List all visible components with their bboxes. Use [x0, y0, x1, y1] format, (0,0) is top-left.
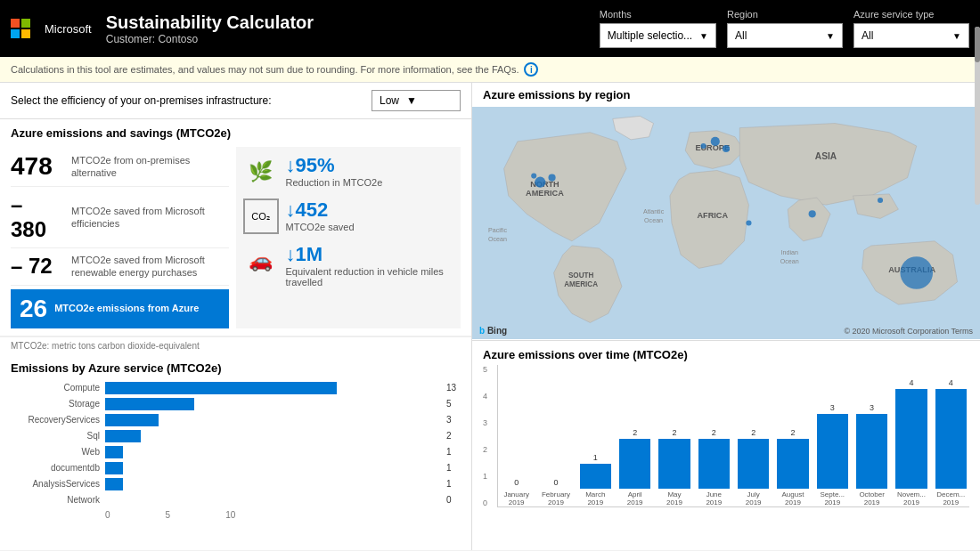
time-bar-col: 4Novem...2019 — [893, 364, 929, 506]
time-bar-col: 2May2019 — [656, 364, 692, 506]
bar-value: 1 — [446, 447, 461, 457]
bar-value: 5 — [446, 399, 461, 409]
svg-text:Pacific: Pacific — [488, 227, 507, 234]
bar-label: Network — [11, 495, 100, 505]
right-big-2: ↓1M — [286, 243, 454, 266]
metric-row-2: – 72 MTCO2e saved from Microsoft renewab… — [11, 248, 229, 286]
svg-point-22 — [878, 198, 883, 203]
months-label: Months — [600, 9, 716, 20]
highlight-number: 26 — [20, 295, 47, 323]
time-bar-x-label: Novem...2019 — [897, 490, 926, 506]
svg-point-23 — [900, 256, 933, 289]
time-bar-x-label: May2019 — [666, 490, 682, 506]
time-bar-value-label: 3 — [870, 403, 874, 412]
bar-value: 1 — [446, 479, 461, 489]
chart-x-axis: 0 5 10 — [11, 510, 461, 520]
scrollbar-thumb[interactable] — [975, 27, 980, 62]
time-bar-col: 2June2019 — [696, 364, 732, 506]
time-bar-col: 2April2019 — [617, 364, 653, 506]
right-metric-2: 🚗 ↓1M Equivalent reduction in vehicle mi… — [243, 243, 454, 288]
bing-watermark: b Bing — [479, 326, 507, 336]
bar-value: 13 — [446, 383, 461, 393]
y-label-2: 2 — [483, 445, 487, 454]
time-bar-value-label: 2 — [751, 428, 755, 437]
months-chevron-icon: ▼ — [699, 31, 708, 41]
time-bar — [895, 389, 927, 489]
info-bar: Calculations in this tool are estimates,… — [0, 57, 980, 83]
time-bar-x-label: April2019 — [627, 490, 643, 506]
time-bar — [619, 439, 650, 489]
bar-row: Web1 — [11, 446, 461, 458]
metrics-right: 🌿 ↓95% Reduction in MTCO2e CO₂ ↓452 MTCO… — [236, 147, 461, 328]
azure-service-value: All — [862, 29, 873, 42]
bar-chart: Compute13Storage5RecoveryServices3Sql2We… — [11, 382, 461, 506]
leaf-icon: 🌿 — [243, 154, 279, 190]
main-content: Select the efficiency of your on-premise… — [0, 83, 980, 550]
y-label-0: 0 — [483, 498, 487, 507]
time-bar-value-label: 4 — [909, 378, 913, 387]
time-bar-value-label: 3 — [830, 403, 835, 412]
metric-desc-0: MTCO2e from on-premises alternative — [71, 154, 229, 180]
metric-number-1: – 380 — [11, 192, 64, 242]
time-bar-value-label: 0 — [553, 478, 558, 487]
svg-text:Indian: Indian — [781, 249, 798, 256]
efficiency-select[interactable]: Low ▼ — [372, 90, 461, 111]
info-text: Calculations in this tool are estimates,… — [11, 64, 519, 75]
x-tick-0: 0 — [105, 510, 110, 520]
bar-fill — [105, 478, 123, 490]
metrics-left: 478 MTCO2e from on-premises alternative … — [11, 147, 236, 328]
time-bar — [738, 439, 769, 489]
right-sub-1: MTCO2e saved — [286, 222, 355, 232]
metric-desc-2: MTCO2e saved from Microsoft renewable en… — [71, 254, 229, 280]
bar-track — [105, 446, 437, 458]
time-bar — [658, 439, 690, 489]
map-copyright: © 2020 Microsoft Corporation Terms — [844, 327, 973, 336]
time-bar-x-label: January2019 — [503, 490, 528, 506]
right-sub-2: Equivalent reduction in vehicle miles tr… — [286, 266, 454, 288]
bar-row: RecoveryServices3 — [11, 414, 461, 426]
right-metric-1: CO₂ ↓452 MTCO2e saved — [243, 199, 454, 234]
right-panel: Azure emissions by region — [472, 83, 980, 550]
bar-label: Compute — [11, 383, 100, 393]
efficiency-value: Low — [380, 94, 399, 107]
scrollbar[interactable] — [975, 27, 980, 205]
info-icon[interactable]: i — [524, 62, 538, 77]
time-bar-value-label: 2 — [790, 428, 795, 437]
bar-label: AnalysisServices — [11, 479, 100, 489]
months-select[interactable]: Multiple selectio... ▼ — [600, 23, 716, 48]
map-container: NORTH AMERICA SOUTH AMERICA EUROPE AFRIC… — [472, 107, 980, 339]
bar-row: Compute13 — [11, 382, 461, 394]
metric-number-2: – 72 — [11, 254, 64, 279]
time-bar-x-label: Septe...2019 — [821, 490, 845, 506]
emissions-title: Azure emissions and savings (MTCO2e) — [11, 126, 461, 140]
microsoft-logo — [11, 19, 30, 38]
time-bar — [817, 414, 848, 489]
bar-track — [105, 430, 437, 442]
time-bar-col: 2August2019 — [774, 364, 811, 506]
bar-row: Network0 — [11, 494, 461, 506]
azure-service-chevron-icon: ▼ — [952, 31, 961, 41]
bar-track — [105, 462, 437, 474]
microsoft-text: Microsoft — [45, 22, 92, 36]
world-map-svg: NORTH AMERICA SOUTH AMERICA EUROPE AFRIC… — [472, 107, 980, 339]
region-filter: Region All ▼ — [727, 9, 843, 48]
svg-point-24 — [746, 220, 751, 225]
bar-value: 3 — [446, 415, 461, 425]
time-bar-value-label: 2 — [712, 428, 716, 437]
time-bar — [935, 389, 967, 489]
region-select[interactable]: All ▼ — [727, 23, 843, 48]
timechart-wrapper: 0 1 2 3 4 5 0January20190February20191Ma… — [497, 365, 969, 507]
time-bar-x-label: October2019 — [859, 490, 884, 506]
emissions-section: Azure emissions and savings (MTCO2e) 478… — [0, 119, 471, 336]
bar-fill — [105, 398, 194, 410]
time-bar-x-label: February2019 — [542, 490, 570, 506]
right-metric-0: 🌿 ↓95% Reduction in MTCO2e — [243, 154, 454, 190]
bar-row: Sql2 — [11, 430, 461, 442]
svg-text:SOUTH: SOUTH — [568, 271, 594, 280]
azure-service-select[interactable]: All ▼ — [853, 23, 969, 48]
bar-value: 2 — [446, 431, 461, 441]
efficiency-bar: Select the efficiency of your on-premise… — [0, 83, 471, 119]
time-bar-value-label: 4 — [949, 378, 953, 387]
metric-highlight: 26 MTCO2e emissions from Azure — [11, 289, 229, 328]
months-value: Multiple selectio... — [608, 29, 692, 42]
